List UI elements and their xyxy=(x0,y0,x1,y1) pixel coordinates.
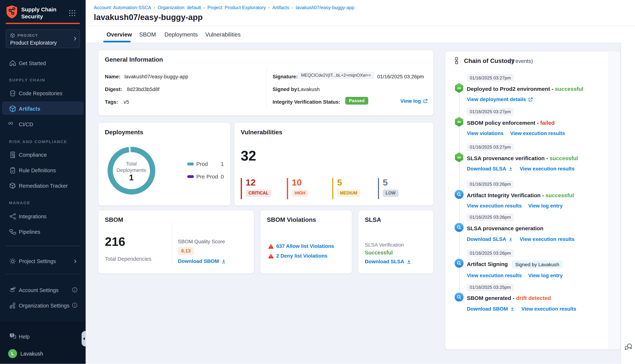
view-execution-results-link[interactable]: View execution results xyxy=(520,236,574,242)
sidebar-item-project-settings[interactable]: Project Settings xyxy=(0,256,86,268)
sidebar-item-get-started[interactable]: Get Started xyxy=(0,58,86,70)
sidebar-user[interactable]: L Lavakush xyxy=(0,348,86,360)
event-title-row: Deployed to Prod2 environment - successf… xyxy=(467,86,583,92)
view-log-link[interactable]: View log xyxy=(400,98,428,104)
download-icon xyxy=(406,259,411,264)
breadcrumb-artifacts[interactable]: Artifacts xyxy=(272,5,289,10)
event-title: Deployed to Prod2 environment - xyxy=(467,86,555,92)
sidebar-item-artifacts[interactable]: Artifacts xyxy=(0,104,86,115)
signature-value-chip: MEQCICde2VjIT...bL+2+mqnOXw== xyxy=(298,72,374,79)
view-execution-results-link[interactable]: View execution results xyxy=(467,273,522,278)
severity-chip: HIGH xyxy=(292,190,308,197)
view-execution-results-link[interactable]: View execution results xyxy=(467,203,522,209)
download-sbom-label: Download SBOM xyxy=(178,258,219,264)
link-label: View execution results xyxy=(520,166,574,172)
vulnerabilities-total: 32 xyxy=(241,148,256,164)
view-execution-results-link[interactable]: View execution results xyxy=(521,306,576,312)
sidebar-item-remediation-tracker[interactable]: Remediation Tracker xyxy=(0,181,86,192)
tab-deployments[interactable]: Deployments xyxy=(164,31,198,38)
project-selector[interactable]: PROJECT Product Exploratory xyxy=(6,29,80,48)
allow-list-violations-link[interactable]: 637 Allow list Violations xyxy=(276,243,334,249)
warning-icon xyxy=(268,253,274,259)
tab-overview[interactable]: Overview xyxy=(107,31,132,38)
card-title: Deployments xyxy=(105,129,143,136)
sidebar-item-rule-definitions[interactable]: Rule Definitions xyxy=(0,166,86,177)
policy-event-icon: ∞ xyxy=(455,117,464,126)
clipboard-check-icon xyxy=(9,166,16,174)
view-execution-results-link[interactable]: View execution results xyxy=(520,166,574,172)
breadcrumb-account[interactable]: Account: Automation-SSCA xyxy=(94,5,151,10)
view-log-entry-link[interactable]: View log entry xyxy=(528,273,563,278)
event-timestamp: 01/16/2025 03:25pm xyxy=(467,284,514,291)
breadcrumb-project[interactable]: Project: Product Exploratory xyxy=(207,5,266,10)
info-icon[interactable] xyxy=(72,287,78,293)
sidebar-item-account-settings[interactable]: Account Settings xyxy=(0,285,86,297)
avatar: L xyxy=(8,349,17,358)
tab-sbom[interactable]: SBOM xyxy=(139,31,156,38)
severity-count: 10 xyxy=(292,178,308,187)
sidebar-item-cicd[interactable]: ∞ CI/CD xyxy=(0,120,86,131)
event-title: SLSA provenance generation xyxy=(467,225,543,231)
download-slsa-link[interactable]: Download SLSA xyxy=(467,236,513,242)
donut-center-label: Total Deployments 1 xyxy=(107,160,156,181)
sidebar-item-compliance[interactable]: Compliance xyxy=(0,150,86,161)
module-grid-icon[interactable] xyxy=(69,9,76,17)
magnifier-glyph xyxy=(456,260,462,266)
card-title: Chain of Custody xyxy=(464,58,515,64)
brand-title-line2: Security xyxy=(21,13,43,20)
scrollbar-track[interactable] xyxy=(608,52,620,349)
sidebar-item-label: Account Settings xyxy=(19,287,59,293)
event-links: View execution results View log entry xyxy=(467,203,563,209)
sidebar-item-pipelines[interactable]: Pipelines xyxy=(0,227,86,238)
external-link-icon xyxy=(423,99,428,104)
legend-swatch-preprod xyxy=(187,175,194,178)
view-execution-results-link[interactable]: View execution results xyxy=(510,130,565,136)
link-glyph: ∞ xyxy=(457,155,461,160)
sidebar-item-label: CI/CD xyxy=(19,122,33,128)
card-title: SBOM Violations xyxy=(267,216,316,223)
project-cube-icon xyxy=(10,33,15,38)
link-label: View log entry xyxy=(528,273,563,278)
events-count: (7 events) xyxy=(509,58,533,64)
sbom-quality-score-label: SBOM Quality Score xyxy=(178,239,225,244)
info-icon[interactable] xyxy=(72,302,78,308)
download-slsa-label: Download SLSA xyxy=(365,259,404,264)
event-title: Artifact Signing xyxy=(467,261,508,267)
view-deployment-details-link[interactable]: View deployment details xyxy=(467,96,533,102)
download-slsa-link[interactable]: Download SLSA xyxy=(467,166,513,172)
breadcrumb-org[interactable]: Organization: default xyxy=(158,5,201,10)
tab-vulnerabilities[interactable]: Vulnerabilities xyxy=(205,31,241,38)
severity-count: 5 xyxy=(337,178,360,187)
donut-label-line2: Deployments xyxy=(116,167,146,173)
sidebar-collapse-handle[interactable] xyxy=(82,331,86,346)
signature-timestamp: 01/16/2025 03:26pm xyxy=(368,74,424,80)
header: Account: Automation-SSCA›Organization: d… xyxy=(86,0,635,26)
divider xyxy=(266,66,267,107)
view-log-entry-link[interactable]: View log entry xyxy=(528,203,563,209)
legend-swatch-prod xyxy=(187,162,194,166)
integrations-share-icon xyxy=(9,213,16,220)
sidebar-item-integrations[interactable]: Integrations xyxy=(0,212,86,223)
supply-chain-security-logo-icon xyxy=(6,5,18,19)
breadcrumb-current[interactable]: lavakush07/easy-buggy-app xyxy=(296,5,354,10)
event-links: Download SBOM View execution results xyxy=(467,306,576,312)
external-link-icon xyxy=(528,97,533,102)
sidebar-item-code-repositories[interactable]: Code Repositories xyxy=(0,88,86,100)
download-slsa-link[interactable]: Download SLSA xyxy=(365,259,411,264)
link-label: Download SBOM xyxy=(467,306,508,312)
artifact-signing-event-icon xyxy=(455,259,464,268)
sidebar-item-label: Rule Definitions xyxy=(19,168,56,174)
link-label: View log entry xyxy=(528,203,563,209)
sidebar-item-organization-settings[interactable]: Organization Settings xyxy=(0,301,86,312)
view-violations-link[interactable]: View violations xyxy=(467,130,504,136)
chat-feedback-icon[interactable] xyxy=(624,343,632,351)
account-layers-icon xyxy=(9,286,16,294)
deny-list-violations-link[interactable]: 2 Deny list Violations xyxy=(276,253,327,259)
sidebar-item-help[interactable]: ? Help xyxy=(0,332,86,343)
sidebar-item-label: Help xyxy=(19,334,30,340)
event-links: Download SLSA View execution results xyxy=(467,236,574,242)
download-sbom-link[interactable]: Download SBOM xyxy=(467,306,515,312)
legend-label-preprod: Pre Prod xyxy=(196,174,218,180)
legend-value-prod: 1 xyxy=(221,161,224,167)
download-sbom-link[interactable]: Download SBOM xyxy=(178,258,226,264)
